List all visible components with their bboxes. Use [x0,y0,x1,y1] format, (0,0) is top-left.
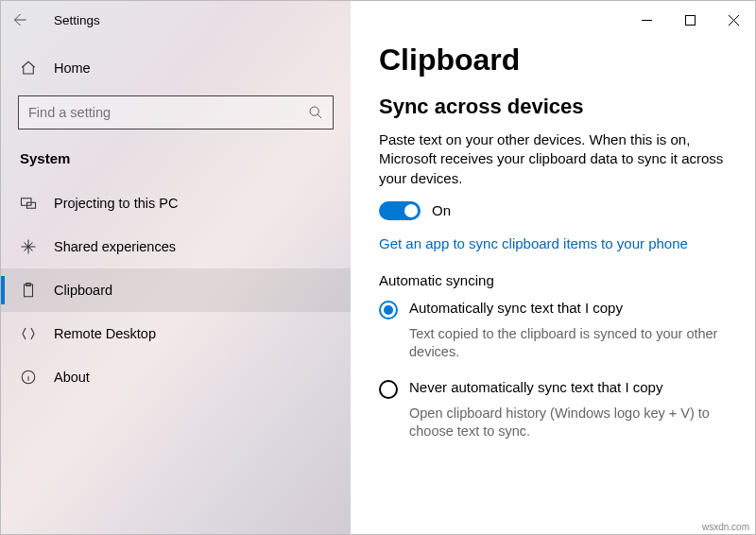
radio-auto-sync[interactable] [379,301,398,319]
svg-rect-1 [22,198,32,206]
maximize-button[interactable] [668,6,712,34]
svg-point-0 [310,107,318,115]
search-input[interactable] [28,105,294,120]
radio-option-never-sync[interactable]: Never automatically sync text that I cop… [379,379,727,399]
sidebar-item-label: Shared experiences [54,239,176,254]
search-input-container[interactable] [18,95,334,129]
page-title: Clipboard [379,43,727,78]
projecting-icon [20,195,37,212]
radio-desc: Text copied to the clipboard is synced t… [409,325,727,362]
close-button[interactable] [712,6,755,34]
sidebar-item-remote-desktop[interactable]: Remote Desktop [1,312,351,355]
sidebar-item-projecting[interactable]: Projecting to this PC [1,181,351,225]
radio-option-auto-sync[interactable]: Automatically sync text that I copy [379,300,727,319]
sidebar-item-label: Clipboard [54,283,112,298]
shared-experiences-icon [20,238,37,255]
sync-toggle-label: On [432,202,451,218]
watermark: wsxdn.com [702,522,749,532]
get-app-link[interactable]: Get an app to sync clipboard items to yo… [379,235,688,251]
sidebar-panel: Settings Home System [1,1,351,534]
titlebar-right [351,1,755,39]
about-icon [20,369,37,386]
section-title: Sync across devices [379,95,727,119]
radio-label: Automatically sync text that I copy [409,300,623,316]
minimize-button[interactable] [625,6,668,34]
sync-toggle-row: On [379,201,727,220]
settings-window: Settings Home System [0,0,756,535]
remote-desktop-icon [20,325,37,342]
search-icon [308,105,323,120]
sidebar-item-clipboard[interactable]: Clipboard [1,268,351,312]
radio-never-sync[interactable] [379,380,398,399]
back-icon[interactable] [10,11,27,28]
sidebar-item-label: Projecting to this PC [54,196,178,211]
window-title: Settings [54,13,100,27]
content-area: Clipboard Sync across devices Paste text… [351,39,755,468]
sidebar-item-shared-experiences[interactable]: Shared experiences [1,225,351,268]
sync-toggle[interactable] [379,201,421,220]
sidebar-item-label: About [54,370,90,385]
svg-rect-6 [685,15,695,25]
automatic-syncing-heading: Automatic syncing [379,272,727,288]
sidebar-item-about[interactable]: About [1,355,351,399]
home-icon [20,60,37,77]
titlebar-left: Settings [1,1,351,39]
sync-description: Paste text on your other devices. When t… [379,130,727,188]
home-label: Home [54,60,91,76]
sidebar-item-label: Remote Desktop [54,326,156,341]
sidebar-section-header: System [1,147,351,181]
radio-desc: Open clipboard history (Windows logo key… [409,405,727,441]
home-nav[interactable]: Home [1,46,351,90]
content-panel: Clipboard Sync across devices Paste text… [351,1,755,534]
clipboard-icon [20,282,37,299]
radio-label: Never automatically sync text that I cop… [409,379,662,395]
